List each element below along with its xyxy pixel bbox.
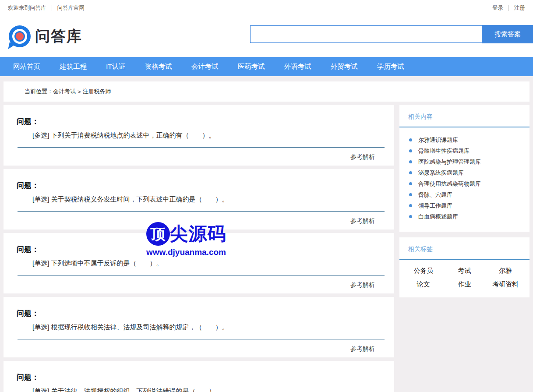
analysis-link[interactable]: 参考解析 (350, 153, 375, 160)
bullet-icon (409, 182, 412, 185)
question-text-link[interactable]: [单选] 根据现行税收相关法律、法规及司法解释的规定，（ ）。 (32, 323, 384, 332)
topbar-divider-2 (508, 5, 509, 11)
question-card: 问题： [单选] 下列选项中不属于反诉的是（ ）。 参考解析 (4, 233, 394, 293)
sidebar: 相关内容 尔雅通识课题库 骨髓增生性疾病题库 医院感染与护理管理题库 泌尿系统疾… (399, 105, 529, 297)
related-content-title: 相关内容 (408, 113, 529, 121)
related-content-panel: 相关内容 尔雅通识课题库 骨髓增生性疾病题库 医院感染与护理管理题库 泌尿系统疾… (399, 105, 529, 232)
related-link[interactable]: 白血病概述题库 (409, 211, 529, 222)
bullet-icon (409, 204, 412, 207)
question-text-link[interactable]: [单选] 关于契税纳税义务发生时间，下列表述中正确的是（ ）。 (32, 195, 384, 204)
spacer (0, 102, 533, 105)
search-bar: 搜索答案 (250, 25, 533, 43)
question-card: 问题： [单选] 根据现行税收相关法律、法规及司法解释的规定，（ ）。 参考解析 (4, 297, 394, 357)
welcome-text: 欢迎来到问答库 (8, 4, 46, 12)
question-text-link[interactable]: [多选] 下列关于消费税纳税地点的表述中，正确的有（ ）。 (32, 131, 384, 140)
analysis-link[interactable]: 参考解析 (350, 281, 375, 288)
tag-link[interactable]: 考试 (444, 267, 485, 275)
question-text-link[interactable]: [单选] 下列选项中不属于反诉的是（ ）。 (32, 259, 384, 268)
related-tags-panel: 相关标签 公务员 考试 尔雅 论文 作业 考研资料 (399, 237, 529, 297)
register-link[interactable]: 注册 (514, 4, 525, 12)
nav-item-it[interactable]: IT认证 (106, 62, 126, 71)
bullet-icon (409, 160, 412, 163)
tag-link[interactable]: 尔雅 (485, 267, 526, 275)
breadcrumb-current[interactable]: 注册税务师 (83, 88, 111, 95)
nav-item-medical[interactable]: 医药考试 (238, 62, 265, 71)
main-nav: 网站首页 建筑工程 IT认证 资格考试 会计考试 医药考试 外语考试 外贸考试 … (0, 57, 533, 76)
analysis-link[interactable]: 参考解析 (350, 217, 375, 224)
topbar-divider (52, 5, 52, 11)
site-logo[interactable]: 问答库 (9, 25, 82, 47)
tag-link[interactable]: 论文 (403, 280, 444, 289)
related-link[interactable]: 泌尿系统疾病题库 (409, 167, 529, 178)
question-label: 问题： (17, 308, 394, 318)
bullet-icon (409, 171, 412, 174)
bullet-icon (409, 193, 412, 196)
question-label: 问题： (17, 372, 394, 382)
question-list: 问题： [多选] 下列关于消费税纳税地点的表述中，正确的有（ ）。 参考解析 问… (4, 105, 394, 392)
bullet-icon (409, 138, 412, 141)
question-label: 问题： (17, 244, 394, 254)
question-label: 问题： (17, 180, 394, 191)
breadcrumb: 当前位置： 会计考试 > 注册税务师 (4, 81, 529, 102)
breadcrumb-label: 当前位置： (25, 88, 53, 95)
spacer (0, 76, 533, 81)
question-text-link[interactable]: [单选] 关于法律、法规授权的组织，下列说法错误的是（ ）。 (32, 387, 384, 392)
related-link[interactable]: 骨髓增生性疾病题库 (409, 145, 529, 156)
nav-item-foreign-trade[interactable]: 外贸考试 (331, 62, 358, 71)
topbar-right: 登录 注册 (492, 4, 525, 12)
related-link[interactable]: 医院感染与护理管理题库 (409, 156, 529, 167)
nav-item-qualification[interactable]: 资格考试 (145, 62, 172, 71)
main-content: 问题： [多选] 下列关于消费税纳税地点的表述中，正确的有（ ）。 参考解析 问… (4, 105, 529, 392)
related-tags-title: 相关标签 (408, 245, 529, 253)
qa-bubble-icon (9, 25, 31, 47)
question-card: 问题： [单选] 关于契税纳税义务发生时间，下列表述中正确的是（ ）。 参考解析 (4, 169, 394, 230)
bullet-icon (409, 149, 412, 152)
official-site-link[interactable]: 问答库官网 (57, 4, 85, 12)
login-link[interactable]: 登录 (492, 4, 503, 12)
question-card: 问题： [单选] 关于法律、法规授权的组织，下列说法错误的是（ ）。 参考解析 (4, 361, 394, 392)
tag-link[interactable]: 考研资料 (485, 280, 526, 289)
breadcrumb-category-link[interactable]: 会计考试 (53, 88, 76, 95)
search-input[interactable] (250, 25, 482, 43)
nav-item-foreign-language[interactable]: 外语考试 (284, 62, 311, 71)
breadcrumb-separator: > (78, 88, 81, 95)
question-label: 问题： (17, 117, 394, 127)
related-content-list: 尔雅通识课题库 骨髓增生性疾病题库 医院感染与护理管理题库 泌尿系统疾病题库 合… (399, 127, 529, 224)
topbar-left: 欢迎来到问答库 问答库官网 (8, 4, 85, 12)
topbar: 欢迎来到问答库 问答库官网 登录 注册 (0, 0, 533, 16)
nav-item-construction[interactable]: 建筑工程 (60, 62, 87, 71)
related-link[interactable]: 领导工作题库 (409, 200, 529, 211)
nav-item-home[interactable]: 网站首页 (13, 62, 40, 71)
related-link[interactable]: 合理使用抗感染药物题库 (409, 178, 529, 189)
related-link[interactable]: 督脉、穴题库 (409, 189, 529, 200)
tag-link[interactable]: 作业 (444, 280, 485, 289)
page-root: { "topbar": { "welcome": "欢迎来到问答库", "sit… (0, 0, 533, 392)
related-link[interactable]: 尔雅通识课题库 (409, 134, 529, 145)
tag-link[interactable]: 公务员 (403, 267, 444, 275)
nav-item-diploma[interactable]: 学历考试 (377, 62, 404, 71)
bullet-icon (409, 215, 412, 218)
logo-text: 问答库 (35, 26, 82, 46)
nav-item-accounting[interactable]: 会计考试 (191, 62, 219, 71)
search-button[interactable]: 搜索答案 (482, 25, 533, 43)
header: 问答库 搜索答案 (0, 16, 533, 57)
analysis-link[interactable]: 参考解析 (350, 345, 375, 352)
tag-grid: 公务员 考试 尔雅 论文 作业 考研资料 (399, 260, 529, 290)
question-card: 问题： [多选] 下列关于消费税纳税地点的表述中，正确的有（ ）。 参考解析 (4, 105, 394, 166)
